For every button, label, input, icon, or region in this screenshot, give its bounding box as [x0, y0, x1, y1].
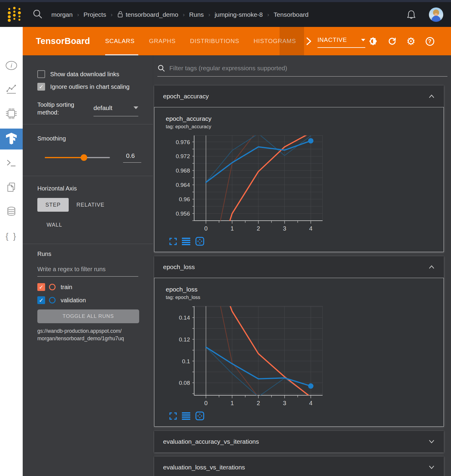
rail-item-artifacts[interactable]	[0, 203, 23, 220]
tab-graphs[interactable]: GRAPHS	[149, 27, 176, 55]
gear-icon: ⚙	[406, 36, 415, 46]
expand-chart-button[interactable]	[169, 412, 177, 420]
rail-item-charts[interactable]	[0, 81, 23, 98]
breadcrumb-separator: ›	[267, 11, 269, 18]
chip-icon	[5, 107, 18, 120]
ignore-outliers-row[interactable]: ✓ Ignore outliers in chart scaling	[37, 83, 153, 91]
tabs-scroll-right-button[interactable]	[306, 37, 312, 47]
svg-text:0: 0	[204, 400, 208, 406]
run-state-dropdown[interactable]: INACTIVE	[317, 36, 365, 48]
runs-regex-input[interactable]	[37, 266, 138, 273]
tab-scalars[interactable]: SCALARS	[105, 27, 135, 55]
svg-text:3: 3	[283, 225, 286, 232]
avatar[interactable]	[429, 7, 443, 22]
divider	[23, 176, 153, 176]
run-row-train[interactable]: ✓ train	[37, 283, 153, 291]
search-icon[interactable]	[32, 9, 43, 21]
smoothing-value[interactable]: 0.6	[123, 152, 141, 163]
log-axis-button[interactable]	[182, 238, 190, 245]
line-chart-icon	[5, 83, 17, 95]
breadcrumb-separator: ›	[208, 11, 210, 18]
section-title: epoch_loss	[163, 263, 195, 271]
bell-icon[interactable]	[406, 9, 416, 20]
tensorboard-tabs: SCALARS GRAPHS DISTRIBUTIONS HISTOGRAMS	[105, 27, 300, 55]
svg-text:4: 4	[309, 400, 312, 406]
breadcrumb-projects[interactable]: Projects	[84, 11, 106, 18]
axis-step-button[interactable]: STEP	[37, 198, 69, 212]
scalars-content: epoch_accuracy epoch_accuracy tag: epoch…	[153, 55, 451, 476]
chevron-down-icon	[134, 106, 138, 109]
chart-title: epoch_loss	[166, 286, 444, 293]
chevron-up-icon[interactable]	[428, 264, 435, 270]
tooltip-sorting-dropdown[interactable]: default	[93, 103, 138, 116]
train-checkbox[interactable]: ✓	[37, 283, 45, 291]
breadcrumb-user[interactable]: morgan	[51, 11, 73, 18]
section-header-evaluation-accuracy[interactable]: evaluation_accuracy_vs_iterations	[154, 431, 444, 452]
bars-icon	[182, 238, 190, 245]
help-button[interactable]: ?	[425, 36, 435, 46]
search-icon	[157, 64, 165, 72]
section-header-epoch-loss[interactable]: epoch_loss	[154, 256, 444, 278]
chart-tag: tag: epoch_accuracy	[166, 124, 444, 129]
epoch-accuracy-chart[interactable]: 0.9760.9720.9680.9640.960.95601234	[166, 132, 327, 234]
smoothing-slider[interactable]	[45, 157, 110, 158]
section-card-epoch-accuracy: epoch_accuracy epoch_accuracy tag: epoch…	[154, 86, 444, 252]
rail-item-config[interactable]: { }	[0, 228, 23, 245]
expand-chart-button[interactable]	[169, 238, 177, 245]
chevron-down-icon	[361, 39, 365, 41]
browser-top-strip	[0, 0, 451, 2]
fullscreen-icon	[169, 238, 177, 245]
svg-text:2: 2	[257, 400, 260, 406]
section-header-evaluation-loss[interactable]: evaluation_loss_vs_iterations	[154, 457, 444, 476]
breadcrumb-project[interactable]: tensorboard_demo	[117, 11, 178, 18]
rail-item-tensorboard-active[interactable]	[0, 129, 23, 149]
ignore-outliers-checkbox[interactable]: ✓	[37, 83, 45, 91]
svg-text:i: i	[11, 62, 13, 69]
show-download-links-checkbox[interactable]	[37, 70, 45, 78]
breadcrumb-runs[interactable]: Runs	[189, 11, 204, 18]
pan-zoom-button[interactable]	[195, 237, 204, 246]
rail-item-system[interactable]	[0, 105, 23, 122]
scalars-settings-panel: Show data download links ✓ Ignore outlie…	[23, 55, 153, 476]
filter-tags-input[interactable]	[169, 65, 447, 72]
smoothing-slider-row: 0.6	[45, 152, 153, 163]
train-label: train	[61, 284, 72, 291]
tensorboard-header: TensorBoard SCALARS GRAPHS DISTRIBUTIONS…	[23, 27, 451, 55]
tabs-overflow-scrim	[280, 27, 304, 55]
chevron-up-icon[interactable]	[428, 94, 435, 99]
wandb-logo[interactable]	[6, 5, 23, 25]
axis-wall-button[interactable]: WALL	[47, 222, 62, 228]
toggle-all-runs-button[interactable]: TOGGLE ALL RUNS	[37, 309, 139, 323]
validation-checkbox[interactable]: ✓	[37, 296, 45, 304]
unlock-icon	[117, 11, 123, 18]
section-header-epoch-accuracy[interactable]: epoch_accuracy	[154, 86, 444, 107]
fullscreen-icon	[169, 412, 177, 420]
breadcrumb-tab[interactable]: Tensorboard	[274, 11, 309, 18]
braces-icon: { }	[6, 231, 17, 241]
breadcrumb-run[interactable]: jumping-smoke-8	[215, 11, 263, 18]
rail-item-files[interactable]	[0, 179, 23, 196]
smoothing-slider-fill	[45, 157, 84, 158]
rail-item-overview[interactable]: i	[0, 57, 23, 74]
brightness-icon	[368, 36, 378, 46]
divider	[23, 244, 153, 244]
chevron-down-icon[interactable]	[428, 439, 435, 444]
reload-data-button[interactable]	[387, 36, 397, 46]
svg-text:0.08: 0.08	[179, 380, 190, 386]
smoothing-slider-thumb[interactable]	[81, 154, 87, 161]
show-download-links-row[interactable]: Show data download links	[37, 70, 153, 78]
chevron-down-icon[interactable]	[428, 465, 435, 470]
rail-item-logs[interactable]	[0, 155, 23, 172]
settings-button[interactable]: ⚙	[406, 36, 416, 46]
axis-relative-button[interactable]: RELATIVE	[76, 202, 105, 208]
run-state-value: INACTIVE	[317, 36, 347, 43]
chart-toolbar	[169, 237, 444, 246]
tab-distributions[interactable]: DISTRIBUTIONS	[190, 27, 239, 55]
epoch-loss-chart[interactable]: 0.140.120.10.0801234	[166, 303, 327, 408]
info-icon: i	[5, 60, 18, 71]
theme-brightness-button[interactable]	[368, 36, 378, 46]
horizontal-axis-label: Horizontal Axis	[37, 185, 153, 192]
log-axis-button[interactable]	[182, 412, 190, 420]
run-row-validation[interactable]: ✓ validation	[37, 296, 153, 304]
pan-zoom-button[interactable]	[195, 411, 204, 420]
